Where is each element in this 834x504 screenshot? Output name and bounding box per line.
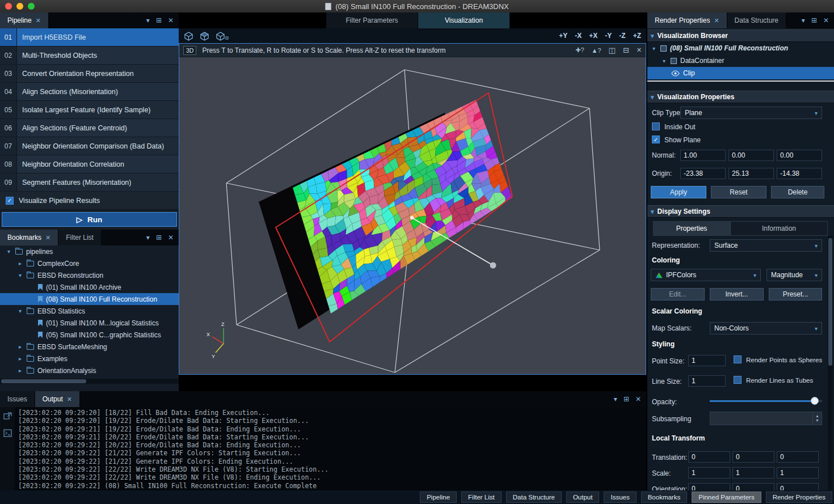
spin-down-icon[interactable]: ▼ [815,418,819,423]
slider-knob[interactable] [811,397,819,405]
normal-input-2[interactable] [777,150,822,161]
translation-input-0[interactable] [688,451,730,463]
clip-type-dropdown[interactable]: Plane ▾ [680,107,822,119]
spinner-buttons[interactable]: ▲ ▼ [812,412,822,425]
visualization-browser-header[interactable]: ▾ Visualization Browser [647,29,834,42]
picker-help-icon[interactable]: ▲? [592,47,601,54]
pipeline-step[interactable]: 03Convert Orientation Representation [0,65,179,83]
bookmark-folder-row[interactable]: ▸ComplexCore [0,257,179,269]
float-panel-icon[interactable]: ⊞ [156,16,162,24]
invert-colors-button[interactable]: Invert... [710,288,764,300]
normal-input-1[interactable] [728,150,774,161]
map-scalars-dropdown[interactable]: Non-Colors ▾ [710,322,822,334]
run-pipeline-button[interactable]: ▷ Run [2,212,177,227]
browser-item--08-small-in100-full-reconstruction[interactable]: ▾(08) Small IN100 Full Reconstruction [647,42,834,54]
window-close-button[interactable] [5,3,12,10]
close-panel-icon[interactable]: ✕ [168,16,174,24]
chevron-right-icon[interactable]: ▸ [17,344,23,350]
bookmark-folder-row[interactable]: ▾EBSD Reconstruction [0,269,179,281]
camera-button-plus-x[interactable]: +X [589,32,597,40]
bookmark-item-row[interactable]: (01) Small IN100 Archive [0,281,179,293]
statusbar-button-pipeline[interactable]: Pipeline [420,492,457,503]
split-vertical-icon[interactable]: ◫ [609,46,616,54]
chevron-right-icon[interactable]: ▸ [17,355,23,362]
browser-item-datacontainer[interactable]: ▾DataContainer [647,54,834,67]
line-size-input[interactable] [688,375,726,387]
bookmark-folder-row[interactable]: ▸EBSD SurfaceMeshing [0,341,179,353]
bookmark-item-row[interactable]: (05) Small IN100 C...graphic Statistics [0,329,179,341]
origin-input-2[interactable] [777,168,822,179]
statusbar-button-render-properties[interactable]: Render Properties [766,492,832,503]
reset-button[interactable]: Reset [711,186,766,198]
translation-input-2[interactable] [777,451,819,463]
statusbar-button-filter-list[interactable]: Filter List [461,492,502,503]
scale-input-1[interactable] [732,467,774,478]
close-view-icon[interactable]: ✕ [637,46,642,54]
statusbar-button-pinned-parameters[interactable]: Pinned Parameters [692,492,761,503]
display-settings-header[interactable]: ▾ Display Settings [647,205,834,218]
orientation-input-1[interactable] [732,483,774,490]
panel-menu-icon[interactable]: ▾ [802,16,805,24]
bookmark-item-row[interactable]: (08) Small IN100 Full Reconstruction [0,293,179,305]
inside-out-checkbox[interactable] [652,122,660,130]
viewport-3d[interactable]: ZXY [179,57,646,374]
tab-filter-parameters[interactable]: Filter Parameters [326,12,418,28]
export-log-icon[interactable] [3,412,12,422]
point-size-input[interactable] [688,355,726,366]
chevron-down-icon[interactable]: ▾ [6,248,12,255]
camera-reset-icon[interactable] [184,31,193,41]
pipeline-step[interactable]: 06Align Sections (Feature Centroid) [0,119,179,137]
probe-help-icon[interactable]: ✚? [575,46,584,54]
bookmark-folder-row[interactable]: ▸OrientationAnalysis [0,365,179,376]
close-panel-icon[interactable]: ✕ [168,234,174,242]
chevron-down-icon[interactable]: ▾ [661,58,667,64]
bookmark-item-row[interactable]: (01) Small IN100 M...logical Statistics [0,317,179,329]
orientation-input-0[interactable] [688,483,730,490]
vertical-scrollbar[interactable] [828,236,833,490]
translation-input-1[interactable] [732,451,774,463]
delete-button[interactable]: Delete [771,186,824,198]
close-tab-icon[interactable]: ✕ [67,396,72,403]
tab-output[interactable]: Output ✕ [35,391,80,407]
visualization-properties-header[interactable]: ▾ Visualization Properties [647,91,834,103]
clear-log-icon[interactable] [3,429,12,439]
preset-colors-button[interactable]: Preset... [769,288,822,300]
pipeline-step[interactable]: 05Isolate Largest Feature (Identify Samp… [0,101,179,119]
panel-menu-icon[interactable]: ▾ [146,234,150,242]
eye-icon[interactable] [671,70,680,77]
chevron-down-icon[interactable]: ▾ [17,272,23,278]
orientation-input-2[interactable] [777,483,819,490]
origin-input-0[interactable] [680,168,726,179]
statusbar-button-bookmarks[interactable]: Bookmarks [641,492,688,503]
statusbar-button-issues[interactable]: Issues [604,492,636,503]
tab-visualization[interactable]: Visualization [418,12,510,28]
tab-display-properties[interactable]: Properties [653,221,730,236]
horizontal-scrollbar[interactable] [0,379,179,384]
bookmark-folder-row[interactable]: ▸Examples [0,353,179,365]
close-panel-icon[interactable]: ✕ [823,16,829,24]
bookmark-folder-row[interactable]: ▾pipelines [0,245,179,257]
splitter-handle[interactable] [647,81,834,82]
float-panel-icon[interactable]: ⊞ [156,234,162,242]
pipeline-step[interactable]: 02Multi-Threshold Objects [0,46,179,65]
coloring-array-dropdown[interactable]: IPFColors ▾ [651,269,761,281]
camera-button-minus-y[interactable]: -Y [605,32,612,40]
scale-input-0[interactable] [688,467,730,478]
spin-up-icon[interactable]: ▲ [815,414,819,418]
chevron-down-icon[interactable]: ▾ [651,45,657,52]
coloring-component-dropdown[interactable]: Magnitude ▾ [766,269,822,281]
close-tab-icon[interactable]: ✕ [36,17,41,24]
view-mode-badge[interactable]: 3D [183,46,196,55]
chevron-right-icon[interactable]: ▸ [17,367,23,374]
pipeline-step[interactable]: 04Align Sections (Misorientation) [0,83,179,101]
pipeline-step[interactable]: 09Segment Features (Misorientation) [0,173,179,192]
bookmark-folder-row[interactable]: ▾EBSD Statistics [0,305,179,317]
window-minimize-button[interactable] [16,3,23,10]
close-tab-icon[interactable]: ✕ [45,234,50,242]
render-lines-checkbox[interactable] [734,376,742,384]
show-plane-checkbox[interactable]: ✓ [652,135,660,143]
statusbar-button-output[interactable]: Output [566,492,600,503]
tab-display-information[interactable]: Information [730,221,828,236]
subsampling-spinner[interactable]: ▲ ▼ [710,412,822,425]
close-tab-icon[interactable]: ✕ [714,17,719,24]
